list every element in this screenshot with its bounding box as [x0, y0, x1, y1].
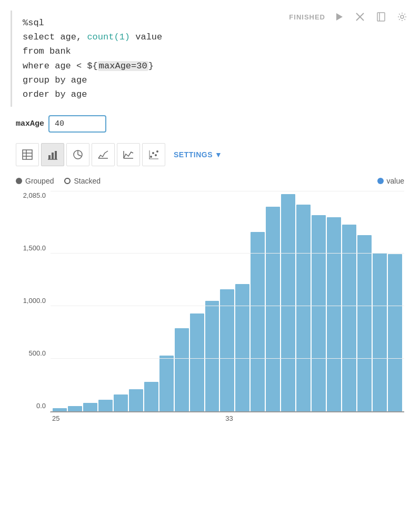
y-label-bottom: 0.0 [36, 402, 46, 410]
param-row: maxAge [16, 115, 409, 133]
bar-item [190, 313, 204, 411]
chart-plot-area: 2,085.0 1,500.0 1,000.0 500.0 0.0 [16, 191, 404, 422]
param-input[interactable] [48, 115, 106, 133]
bar-item [98, 400, 113, 411]
code-line-4: where age < ${maxAge=30} [23, 59, 404, 73]
legend-value-dot [377, 178, 384, 184]
bar-item [129, 389, 143, 411]
legend-stacked-circle [64, 178, 71, 184]
chart-type-line-button[interactable] [117, 143, 140, 166]
settings-button[interactable]: SETTINGS ▼ [174, 150, 222, 159]
bar-item [53, 408, 67, 411]
svg-rect-10 [48, 155, 51, 159]
bar-item [251, 232, 265, 411]
chart-type-table-button[interactable] [16, 143, 39, 166]
line-chart-icon [123, 149, 134, 160]
svg-point-23 [156, 150, 158, 153]
bar-chart-icon [47, 149, 58, 160]
chart-legend: Grouped Stacked value [16, 177, 404, 185]
chart-bars-container: 25 33 x [50, 191, 404, 422]
x-axis: 25 33 x [50, 412, 404, 422]
bar-item [175, 328, 189, 411]
bar-item [342, 225, 356, 411]
main-container: FINISHED %sql [0, 0, 420, 433]
y-label-3: 1,000.0 [23, 297, 46, 305]
svg-rect-6 [23, 150, 32, 159]
y-axis: 2,085.0 1,500.0 1,000.0 500.0 0.0 [16, 191, 50, 422]
bar-item [296, 205, 311, 411]
y-label-top: 2,085.0 [23, 191, 46, 199]
bar-item [144, 382, 158, 411]
y-label-2: 1,500.0 [23, 244, 46, 252]
svg-rect-11 [52, 153, 54, 159]
table-icon [22, 149, 33, 160]
code-line-6: order by age [23, 87, 404, 102]
bar-item [83, 403, 97, 411]
scatter-chart-icon [148, 149, 159, 160]
grid-line-top [51, 191, 404, 191]
area-chart-icon [97, 149, 109, 160]
bar-item [205, 301, 219, 412]
bar-item [266, 207, 280, 411]
code-line-1: %sql [23, 16, 404, 30]
bar-item [235, 284, 249, 412]
chart-toolbar: SETTINGS ▼ [11, 143, 409, 166]
legend-grouped-dot [16, 178, 22, 184]
x-label-25: 25 [52, 414, 59, 422]
svg-point-20 [150, 156, 152, 158]
pie-chart-icon [72, 149, 84, 160]
x-label-33: 33 [225, 414, 233, 422]
code-line-2: select age, count(1) value [23, 30, 404, 44]
legend-value: value [377, 177, 404, 185]
bar-item [312, 215, 326, 411]
chart-container: Grouped Stacked value 2,085.0 1,500.0 1,… [11, 177, 409, 422]
chart-type-bar-button[interactable] [41, 143, 64, 166]
bars-area [50, 191, 404, 412]
svg-rect-12 [55, 151, 57, 159]
param-label: maxAge [16, 119, 44, 128]
param-highlight: maxAge=30 [98, 61, 148, 71]
bar-item [281, 194, 295, 411]
bar-item [373, 253, 387, 411]
chart-type-scatter-button[interactable] [142, 143, 165, 166]
svg-point-21 [152, 152, 154, 154]
bar-item [220, 289, 234, 412]
bar-item [357, 235, 372, 411]
bar-item [114, 394, 128, 411]
bar-item [68, 406, 82, 411]
code-line-5: group by age [23, 73, 404, 87]
svg-line-16 [78, 155, 82, 156]
chart-type-area-button[interactable] [92, 143, 115, 166]
bar-item [388, 254, 402, 411]
bar-item [327, 217, 341, 411]
code-line-3: from bank [23, 44, 404, 58]
legend-grouped[interactable]: Grouped [16, 177, 54, 185]
chart-type-pie-button[interactable] [66, 143, 89, 166]
legend-stacked[interactable]: Stacked [64, 177, 101, 185]
code-block: %sql select age, count(1) value from ban… [11, 11, 409, 107]
bar-item [159, 356, 174, 411]
y-label-4: 500.0 [28, 349, 46, 357]
svg-point-22 [155, 154, 157, 156]
